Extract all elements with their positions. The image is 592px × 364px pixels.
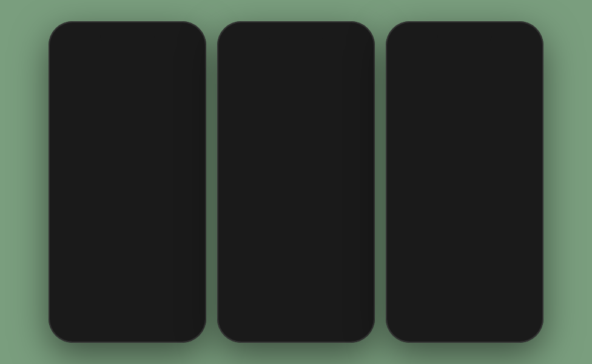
phone2-content: Reformation Silk mini dress Rated: good …	[222, 43, 370, 304]
tab-wardrobe-2[interactable]: ⊟ Wardrobe	[259, 311, 296, 328]
sb4	[508, 33, 510, 39]
postal-input[interactable]: 📍 Enter Postal Code	[63, 197, 192, 213]
phone-1: 16:36 📶 🔋 SAVE YOUR WARDROBE 🛍	[49, 21, 206, 343]
tab-outfits-2[interactable]: 👜 Outfits	[333, 311, 370, 328]
dress-svg	[254, 94, 338, 215]
step-indicator: 1 Step 1 Your Item 2 Step 2 Your Service	[391, 61, 539, 87]
service-question-subtext: Select the one that best applies.	[400, 114, 529, 120]
tab-outfits-label-1: Outfits	[177, 323, 189, 328]
svg-point-13	[467, 149, 484, 158]
tab-services-3[interactable]: 👗 Services	[465, 311, 502, 328]
book-services-section: Book Your Services Here Select a city an…	[53, 138, 201, 172]
tab-services-label-2: Services	[306, 323, 323, 328]
alteration-word: alteration	[63, 98, 123, 113]
logo-wardrobe-3: WARDROBE	[400, 50, 529, 58]
tab-today-3[interactable]: ⊞ Today	[391, 311, 428, 328]
wifi-icon-3: 📶	[511, 33, 519, 39]
star-1: ★	[261, 286, 266, 292]
today-icon: ⊞	[68, 311, 76, 322]
phone3-navbar: SAVE YOUR WARDROBE	[391, 43, 539, 61]
status-icons-1: 📶 🔋	[163, 33, 190, 39]
product-brand: Reformation	[232, 271, 360, 278]
star-2: ★	[266, 286, 271, 292]
tab-services-label-1: Services	[138, 323, 154, 328]
step1-label: Step 1	[400, 75, 412, 79]
chevron-down-icon: ▾	[181, 181, 184, 187]
services-icon-3: 👗	[477, 311, 489, 322]
wardrobe-icon-1: ⊟	[105, 311, 113, 322]
status-bar-1: 16:36 📶 🔋	[53, 26, 201, 43]
tab-wardrobe-label-1: Wardrobe	[99, 323, 118, 328]
time-3: 07:24	[402, 32, 419, 39]
step-2: 2 Step 2 Your Service	[503, 65, 529, 83]
tab-bar-2: ⊞ Today ⊟ Wardrobe 👗 Services 👜 Outfits	[222, 304, 370, 338]
service-card-cleaning[interactable]	[400, 194, 529, 228]
sb3	[505, 34, 507, 39]
service-question-heading: What type of service do you need?	[400, 92, 529, 112]
phone-3: 07:24 📶 🔋 SAVE YOUR WARDROBE	[386, 21, 543, 343]
battery-icon: 🔋	[183, 33, 190, 39]
tab-today-label-2: Today	[235, 323, 246, 328]
postal-placeholder: Enter Postal Code	[81, 202, 126, 208]
via-link[interactable]: Good On You	[239, 294, 270, 299]
tab-services-1[interactable]: 👗 Services	[127, 311, 164, 328]
product-info: Reformation Silk mini dress Rated: good …	[222, 266, 370, 304]
sb1	[500, 36, 502, 39]
signal-bar-3	[168, 34, 170, 39]
s1	[332, 36, 334, 39]
battery-icon-2: 🔋	[352, 33, 359, 39]
alteration-desc: Tailoring, re-sizing and adjustments.	[401, 182, 528, 189]
tab-outfits-1[interactable]: 👜 Outfits	[164, 311, 201, 328]
phone1-content: Saving wardrobes, one alteration at a ti…	[53, 43, 201, 304]
product-image-area	[222, 43, 370, 266]
s2	[334, 35, 336, 39]
step2-label: Step 2	[503, 75, 516, 79]
status-icons-3: 📶 🔋	[500, 33, 528, 39]
svg-text:1  5  11: 1 5 11	[430, 136, 451, 141]
location-dropdown[interactable]: London, United Kingdom ▾	[63, 177, 192, 192]
step1-title: Your Item	[400, 79, 420, 83]
tab-wardrobe-label-2: Wardrobe	[268, 323, 286, 328]
via-text: via	[232, 294, 238, 299]
step-number-1: 1	[400, 65, 409, 73]
signal-bar-2	[166, 35, 167, 39]
status-bar-2: 12:51 📶 🔋	[222, 26, 370, 43]
tab-wardrobe-3[interactable]: ⊟ Wardrobe	[428, 311, 465, 328]
tab-today-2[interactable]: ⊞ Today	[222, 311, 259, 328]
wardrobe-icon-2: ⊟	[274, 311, 281, 322]
wifi-icon-2: 📶	[343, 33, 350, 39]
tab-outfits-3[interactable]: 👜 Outfits	[502, 311, 539, 328]
phone-screen-3: 07:24 📶 🔋 SAVE YOUR WARDROBE	[391, 26, 539, 338]
tab-wardrobe-1[interactable]: ⊟ Wardrobe	[90, 311, 127, 328]
cleaning-card-img	[401, 194, 528, 228]
tab-bar-1: ⊞ Today ⊟ Wardrobe 👗 Services 👜 Outfits	[53, 304, 201, 338]
sb2	[503, 35, 505, 39]
via-row: via Good On You	[232, 294, 360, 299]
tab-services-2[interactable]: 👗 Services	[296, 311, 333, 328]
tab-today-1[interactable]: ⊞ Today	[53, 311, 90, 328]
location-pin-icon: 📍	[71, 202, 78, 208]
service-question: What type of service do you need? Select…	[391, 87, 539, 125]
tab-services-label-3: Services	[475, 323, 491, 328]
step2-title: Your Service	[503, 79, 529, 83]
svg-rect-18	[439, 197, 446, 212]
outfits-icon-3: 👜	[514, 311, 526, 322]
signal-bars-2	[332, 33, 341, 39]
tab-bar-3: ⊞ Today ⊟ Wardrobe 👗 Services 👜 Outfits	[391, 304, 539, 338]
s3	[337, 34, 338, 39]
outfits-icon-1: 👜	[177, 311, 189, 322]
wardrobe-icon-3: ⊟	[442, 311, 450, 322]
step-1: 1 Step 1 Your Item	[400, 65, 420, 83]
star-3: ★	[272, 286, 277, 292]
tab-today-label-3: Today	[403, 323, 415, 328]
tab-today-label-1: Today	[66, 323, 78, 328]
step-connector	[422, 75, 501, 76]
service-card-alteration[interactable]: 1 5 11 Alteration Tailoring, re-sizing a…	[400, 129, 529, 190]
today-icon-2: ⊞	[237, 311, 244, 322]
step-number-2: 2	[503, 65, 512, 73]
tape-measure-decoration: 1 5 11	[148, 48, 197, 96]
phone3-content: SAVE YOUR WARDROBE 1 Step 1 Your Item 2	[391, 43, 539, 304]
logo-3: SAVE YOUR WARDROBE	[400, 46, 529, 58]
signal-bars-1	[163, 33, 172, 39]
alteration-card-img: 1 5 11	[401, 129, 528, 172]
